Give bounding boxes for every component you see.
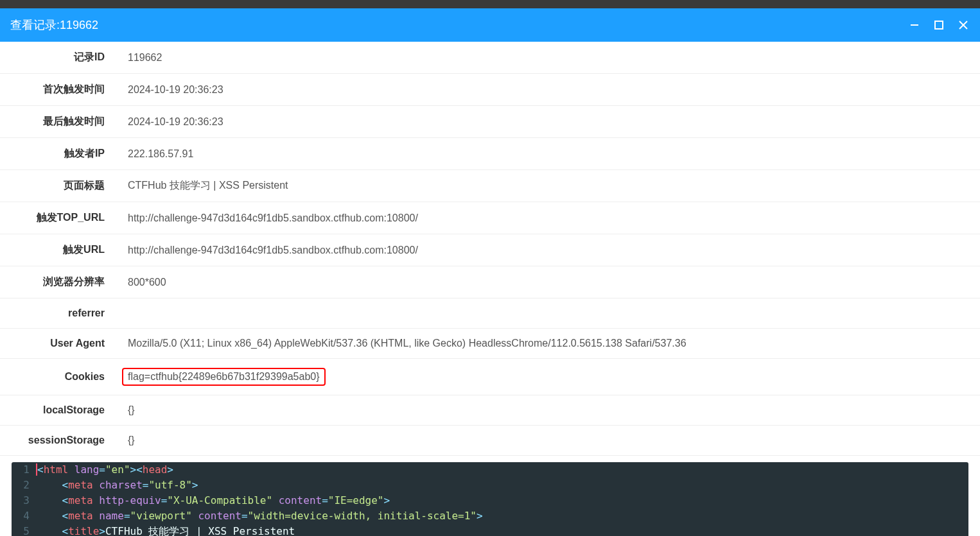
dialog-content[interactable]: 记录ID119662首次触发时间2024-10-19 20:36:23最后触发时… <box>0 42 980 536</box>
table-row: referrer <box>0 298 980 329</box>
field-value <box>105 298 980 329</box>
code-line: <meta http-equiv="X-UA-Compatible" conte… <box>37 493 968 508</box>
field-label: 浏览器分辨率 <box>0 266 105 298</box>
table-row: sessionStorage{} <box>0 426 980 456</box>
table-row: localStorage{} <box>0 395 980 426</box>
code-line: <html lang="en"><head> <box>37 462 968 478</box>
field-value: flag=ctfhub{22489e6b67b31f29399a5ab0} <box>105 359 980 395</box>
field-label: 首次触发时间 <box>0 74 105 106</box>
table-row: Cookiesflag=ctfhub{22489e6b67b31f29399a5… <box>0 359 980 395</box>
code-line-number: 4 <box>12 508 37 524</box>
table-row: 触发者IP222.186.57.91 <box>0 138 980 170</box>
code-line-number: 1 <box>12 462 37 478</box>
field-label: Cookies <box>0 359 105 395</box>
field-label: User Agent <box>0 329 105 359</box>
field-value: 2024-10-19 20:36:23 <box>105 106 980 138</box>
table-row: 最后触发时间2024-10-19 20:36:23 <box>0 106 980 138</box>
svg-rect-1 <box>935 21 943 29</box>
field-label: referrer <box>0 298 105 329</box>
field-value: 2024-10-19 20:36:23 <box>105 74 980 106</box>
table-row: User AgentMozilla/5.0 (X11; Linux x86_64… <box>0 329 980 359</box>
table-row: 页面标题CTFHub 技能学习 | XSS Persistent <box>0 170 980 202</box>
dialog-title: 查看记录:119662 <box>10 17 98 33</box>
minimize-icon[interactable] <box>908 19 921 31</box>
table-row: 首次触发时间2024-10-19 20:36:23 <box>0 74 980 106</box>
dialog-title-prefix: 查看记录: <box>10 19 60 31</box>
field-value: {} <box>105 426 980 456</box>
code-line: <title>CTFHub 技能学习 | XSS Persistent <box>37 524 968 536</box>
table-row: 记录ID119662 <box>0 42 980 74</box>
code-line: <meta charset="utf-8"> <box>37 478 968 493</box>
field-value: {} <box>105 395 980 426</box>
field-value: 800*600 <box>105 266 980 298</box>
table-row: 触发URLhttp://challenge-947d3d164c9f1db5.s… <box>0 234 980 266</box>
code-line-number: 3 <box>12 493 37 508</box>
dialog-title-bar: 查看记录:119662 <box>0 8 980 42</box>
highlighted-value: flag=ctfhub{22489e6b67b31f29399a5ab0} <box>122 368 326 386</box>
field-label: 触发者IP <box>0 138 105 170</box>
window-controls <box>908 19 970 31</box>
close-icon[interactable] <box>957 19 970 31</box>
html-source-panel[interactable]: 1 <html lang="en"><head> 2 <meta charset… <box>12 462 968 536</box>
field-value: http://challenge-947d3d164c9f1db5.sandbo… <box>105 202 980 234</box>
field-label: 最后触发时间 <box>0 106 105 138</box>
field-label: 记录ID <box>0 42 105 74</box>
field-value: Mozilla/5.0 (X11; Linux x86_64) AppleWeb… <box>105 329 980 359</box>
code-line-number: 5 <box>12 524 37 536</box>
field-value: http://challenge-947d3d164c9f1db5.sandbo… <box>105 234 980 266</box>
field-label: sessionStorage <box>0 426 105 456</box>
record-detail-table: 记录ID119662首次触发时间2024-10-19 20:36:23最后触发时… <box>0 42 980 456</box>
code-line: <meta name="viewport" content="width=dev… <box>37 508 968 524</box>
field-value: 222.186.57.91 <box>105 138 980 170</box>
code-line-number: 2 <box>12 478 37 493</box>
field-value: 119662 <box>105 42 980 74</box>
field-label: 触发TOP_URL <box>0 202 105 234</box>
table-row: 触发TOP_URLhttp://challenge-947d3d164c9f1d… <box>0 202 980 234</box>
field-value: CTFHub 技能学习 | XSS Persistent <box>105 170 980 202</box>
browser-tab-strip <box>0 0 980 8</box>
dialog-title-id: 119662 <box>60 19 98 31</box>
table-row: 浏览器分辨率800*600 <box>0 266 980 298</box>
field-label: localStorage <box>0 395 105 426</box>
field-label: 页面标题 <box>0 170 105 202</box>
field-label: 触发URL <box>0 234 105 266</box>
maximize-icon[interactable] <box>932 19 945 31</box>
